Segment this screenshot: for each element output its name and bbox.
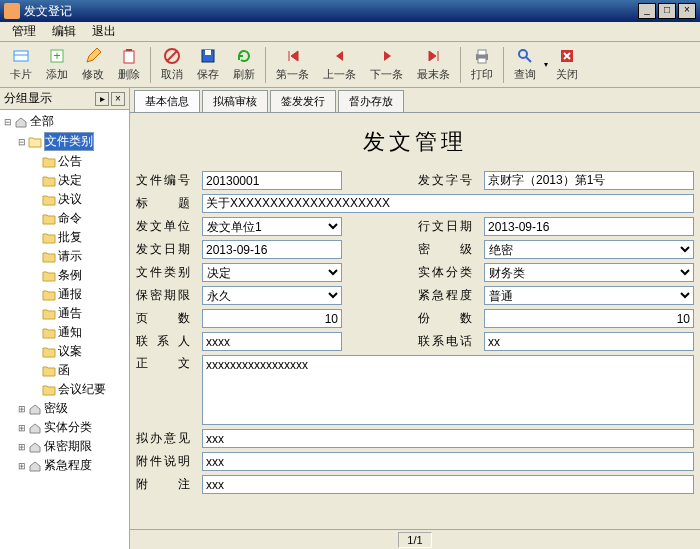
select-urgency[interactable]: 普通 — [484, 286, 694, 305]
select-doc-type[interactable]: 决定 — [202, 263, 342, 282]
search-dropdown-icon[interactable]: ▾ — [544, 60, 548, 69]
print-icon — [473, 47, 491, 65]
tree-item[interactable]: 通知 — [2, 323, 127, 342]
input-contact[interactable] — [202, 332, 342, 351]
tree-item[interactable]: 条例 — [2, 266, 127, 285]
input-action-date[interactable] — [484, 217, 694, 236]
toolbar-search-button[interactable]: 查询 — [508, 45, 542, 84]
tree-item[interactable]: 决议 — [2, 190, 127, 209]
tree-item[interactable]: 批复 — [2, 228, 127, 247]
home-icon — [28, 460, 42, 472]
input-title[interactable] — [202, 194, 694, 213]
tree-item[interactable]: 通报 — [2, 285, 127, 304]
tree-group[interactable]: ⊞密级 — [2, 399, 127, 418]
folder-icon — [42, 308, 56, 320]
sidebar: 分组显示 ▸ × ⊟全部⊟文件类别公告决定决议命令批复请示条例通报通告通知议案函… — [0, 88, 130, 549]
last-icon — [425, 47, 443, 65]
tabs: 基本信息 拟稿审核 签发发行 督办存放 — [130, 88, 700, 112]
label-send-unit: 发文单位 — [136, 218, 196, 235]
toolbar-edit-button[interactable]: 修改 — [76, 45, 110, 84]
menu-manage[interactable]: 管理 — [4, 21, 44, 42]
svg-rect-4 — [124, 51, 134, 63]
label-send-date: 发文日期 — [136, 241, 196, 258]
select-send-unit[interactable]: 发文单位1 — [202, 217, 342, 236]
tab-storage[interactable]: 督办存放 — [338, 90, 404, 112]
tree-group[interactable]: ⊞实体分类 — [2, 418, 127, 437]
toolbar-card-button[interactable]: 卡片 — [4, 45, 38, 84]
label-secret: 密 级 — [418, 241, 478, 258]
toolbar-prev-button[interactable]: 上一条 — [317, 45, 362, 84]
window-title: 发文登记 — [24, 3, 638, 20]
label-doc-char: 发文字号 — [418, 172, 478, 189]
statusbar: 1/1 — [130, 529, 700, 549]
svg-point-12 — [519, 50, 527, 58]
toolbar-refresh-button[interactable]: 刷新 — [227, 45, 261, 84]
app-icon — [4, 3, 20, 19]
card-icon — [12, 47, 30, 65]
toolbar-first-button[interactable]: 第一条 — [270, 45, 315, 84]
svg-rect-10 — [478, 50, 486, 55]
toolbar-print-button[interactable]: 打印 — [465, 45, 499, 84]
sidebar-close-icon[interactable]: × — [111, 92, 125, 106]
toolbar-save-button[interactable]: 保存 — [191, 45, 225, 84]
input-copies[interactable] — [484, 309, 694, 328]
tree-item[interactable]: 函 — [2, 361, 127, 380]
input-file-no[interactable] — [202, 171, 342, 190]
toolbar-del-button[interactable]: 删除 — [112, 45, 146, 84]
menubar: 管理 编辑 退出 — [0, 22, 700, 42]
tree-item[interactable]: 通告 — [2, 304, 127, 323]
input-send-date[interactable] — [202, 240, 342, 259]
tree: ⊟全部⊟文件类别公告决定决议命令批复请示条例通报通告通知议案函会议纪要⊞密级⊞实… — [0, 110, 129, 549]
maximize-button[interactable]: □ — [658, 3, 676, 19]
folder-icon — [42, 251, 56, 263]
tab-basic-info[interactable]: 基本信息 — [134, 90, 200, 112]
close-window-button[interactable]: × — [678, 3, 696, 19]
input-pages[interactable] — [202, 309, 342, 328]
label-file-no: 文件编号 — [136, 172, 196, 189]
tree-item[interactable]: 会议纪要 — [2, 380, 127, 399]
toolbar-last-button[interactable]: 最末条 — [411, 45, 456, 84]
menu-edit[interactable]: 编辑 — [44, 21, 84, 42]
tree-item[interactable]: 决定 — [2, 171, 127, 190]
page-title: 发文管理 — [136, 119, 694, 171]
label-remark: 附 注 — [136, 476, 196, 493]
tree-root[interactable]: ⊟全部 — [2, 112, 127, 131]
folder-icon — [28, 136, 42, 148]
minimize-button[interactable]: _ — [638, 3, 656, 19]
label-urgency: 紧急程度 — [418, 287, 478, 304]
label-pages: 页 数 — [136, 310, 196, 327]
select-period[interactable]: 永久 — [202, 286, 342, 305]
toolbar-next-button[interactable]: 下一条 — [364, 45, 409, 84]
input-doc-char[interactable] — [484, 171, 694, 190]
folder-icon — [42, 289, 56, 301]
first-icon — [284, 47, 302, 65]
folder-icon — [42, 175, 56, 187]
tree-item[interactable]: 议案 — [2, 342, 127, 361]
input-remark[interactable] — [202, 475, 694, 494]
input-opinion[interactable] — [202, 429, 694, 448]
tree-item[interactable]: 命令 — [2, 209, 127, 228]
input-attach[interactable] — [202, 452, 694, 471]
folder-icon — [42, 327, 56, 339]
tree-item[interactable]: 请示 — [2, 247, 127, 266]
tree-cat-root[interactable]: ⊟文件类别 — [2, 131, 127, 152]
folder-icon — [42, 346, 56, 358]
toolbar-cancel-button[interactable]: 取消 — [155, 45, 189, 84]
del-icon — [120, 47, 138, 65]
tab-draft-review[interactable]: 拟稿审核 — [202, 90, 268, 112]
toolbar-close-button[interactable]: 关闭 — [550, 45, 584, 84]
toolbar-add-button[interactable]: +添加 — [40, 45, 74, 84]
label-phone: 联系电话 — [418, 333, 478, 350]
folder-icon — [42, 156, 56, 168]
select-secret[interactable]: 绝密 — [484, 240, 694, 259]
sidebar-pin-icon[interactable]: ▸ — [95, 92, 109, 106]
tree-group[interactable]: ⊞紧急程度 — [2, 456, 127, 475]
select-entity[interactable]: 财务类 — [484, 263, 694, 282]
next-icon — [378, 47, 396, 65]
tree-group[interactable]: ⊞保密期限 — [2, 437, 127, 456]
textarea-body[interactable]: xxxxxxxxxxxxxxxxx — [202, 355, 694, 425]
menu-exit[interactable]: 退出 — [84, 21, 124, 42]
input-phone[interactable] — [484, 332, 694, 351]
tree-item[interactable]: 公告 — [2, 152, 127, 171]
tab-issue[interactable]: 签发发行 — [270, 90, 336, 112]
